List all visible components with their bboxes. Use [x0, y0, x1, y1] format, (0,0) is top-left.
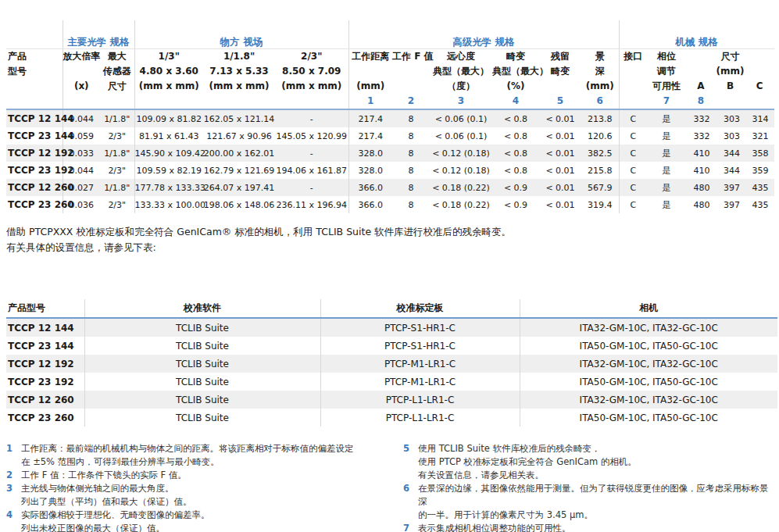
table-cell: PTCP-L1-LR1-C — [320, 409, 520, 427]
table-cell: < 0.12 (0.18) — [430, 162, 492, 179]
table-cell: 321 — [746, 127, 774, 145]
table-cell: 177.78 x 133.33 — [134, 179, 203, 196]
col-header-fov-2-3: 2/3" 8.50 x 7.09 (mm x mm) — [275, 49, 348, 110]
table-cell: 332 — [686, 127, 717, 145]
table-cell: ITA50-GM-10C, ITA50-GC-10C — [520, 337, 777, 355]
table-cell: TCCP 23 144 — [6, 337, 84, 355]
table-cell: PTCP-L1-LR1-C — [320, 391, 520, 409]
calibration-description: 借助 PTCPXXX 校准标定板和完全符合 GenICam® 标准的相机，利用 … — [6, 224, 779, 255]
table-row: TCCP 23 1440.0592/3"81.91 x 61.43121.67 … — [6, 127, 774, 145]
table-cell: 8 — [392, 196, 430, 213]
table-cell: PTCP-S1-HR1-C — [320, 318, 520, 337]
table-cell: < 0.9 — [492, 196, 539, 213]
table-cell: 366.0 — [348, 196, 392, 213]
table-cell: 328.0 — [348, 162, 392, 179]
table-cell: 2/3" — [100, 127, 134, 145]
footnote-marker: 5 — [539, 94, 581, 109]
table-cell: PTCP-M1-LR1-C — [320, 355, 520, 373]
table-cell: TCLIB Suite — [84, 391, 320, 409]
table-cell: 109.59 x 82.19 — [134, 162, 203, 179]
table-cell: - — [275, 179, 348, 196]
table-cell: 是 — [647, 162, 686, 179]
table-cell: ITA32-GM-10C, ITA32-GC-10C — [520, 391, 777, 409]
footnote-3: 3 主光线与物体侧光轴之间的最大角度。 列出了典型（平均）值和最大（保证）值。 — [6, 482, 403, 509]
table-cell: C — [619, 196, 647, 213]
optical-spec-table-body: TCCP 12 1440.0441/1.8"109.09 x 81.82162.… — [6, 109, 774, 213]
column-header-row: 产品型号 校准软件 校准标定板 相机 — [6, 299, 777, 318]
table-cell: TCCP 23 260 — [6, 409, 84, 427]
table-cell: 303 — [717, 109, 746, 127]
footnote-text: 在景深的边缘，其图像依然能用于测量。但为了获得锐度更佳的图像，应考虑采用标称景深… — [418, 482, 776, 522]
table-cell: 344 — [717, 162, 746, 179]
table-cell: C — [619, 127, 647, 145]
footnote-number: 2 — [6, 469, 21, 482]
table-cell: C — [619, 109, 647, 127]
table-cell: < 0.06 (0.1) — [430, 109, 492, 127]
table-cell: TCCP 12 260 — [6, 179, 63, 196]
footnote-marker: 1 — [349, 94, 393, 109]
table-cell: 145.05 x 120.99 — [275, 127, 348, 145]
table-cell: 1/1.8" — [100, 179, 134, 196]
table-cell: 200.00 x 162.01 — [203, 145, 275, 162]
table-row: TCCP 12 1440.0441/1.8"109.09 x 81.82162.… — [6, 109, 774, 127]
table-cell: < 0.8 — [492, 162, 539, 179]
table-cell: TCCP 12 192 — [6, 355, 84, 373]
table-cell: PTCP-M1-LR1-C — [320, 373, 520, 391]
table-cell: < 0.8 — [492, 145, 539, 162]
table-cell: PTCP-S1-HR1-C — [320, 337, 520, 355]
footnotes-right-column: 5 使用 TCLIB Suite 软件库校准后的残余畸变， 使用 PTCP 校准… — [403, 442, 779, 532]
table-cell: < 0.01 — [539, 127, 581, 145]
column-header-row: 产品 型号 放大倍率 (x) 最大 传感器 尺寸 1/3" — [6, 49, 774, 110]
table-cell: 120.6 — [581, 127, 619, 145]
table-cell: TCCP 12 144 — [6, 109, 63, 127]
table-cell: 359 — [746, 162, 774, 179]
table-cell: 194.06 x 161.87 — [275, 162, 348, 179]
table-cell: 397 — [717, 179, 746, 196]
table-cell: 344 — [717, 145, 746, 162]
table-cell: 332 — [686, 109, 717, 127]
table-cell: < 0.06 (0.1) — [430, 127, 492, 145]
col-header-dimensions: 尺寸 (mm) A B C 8 — [686, 49, 774, 110]
table-cell: TCCP 12 192 — [6, 145, 63, 162]
group-header-row: 主要光学 规格 物方 视场 高级光学 规格 机械 规格 — [6, 20, 774, 49]
table-row: TCCP 23 1920.0442/3"109.59 x 82.19162.79… — [6, 162, 774, 179]
table-cell: TCCP 23 192 — [6, 162, 63, 179]
table-cell: 是 — [647, 145, 686, 162]
table-cell: - — [275, 145, 348, 162]
col-header-max-sensor: 最大 传感器 尺寸 — [100, 49, 134, 110]
table-cell: < 0.8 — [492, 109, 539, 127]
table-cell: 121.67 x 90.96 — [203, 127, 275, 145]
table-cell: < 0.18 (0.22) — [430, 196, 492, 213]
col-header-fov-1-1-8: 1/1.8" 7.13 x 5.33 (mm x mm) — [203, 49, 275, 110]
table-row: TCCP 23 192TCLIB SuitePTCP-M1-LR1-CITA50… — [6, 373, 777, 391]
table-cell: ITA32-GM-10C, ITA32-GC-10C — [520, 355, 777, 373]
col-header-telecentricity: 远心度 典型（最大） （度） 3 — [430, 49, 492, 110]
footnote-number: 1 — [6, 442, 21, 469]
table-cell: 133.33 x 100.00 — [134, 196, 203, 213]
col-header-model: 产品型号 — [6, 299, 84, 318]
table-cell: 215.8 — [581, 162, 619, 179]
footnote-number: 6 — [403, 482, 418, 522]
footnote-text: 表示集成相机相位调整功能的可用性。 — [418, 522, 571, 532]
table-cell: 8 — [392, 109, 430, 127]
col-header-magnification: 放大倍率 (x) — [63, 49, 100, 110]
table-cell: < 0.8 — [492, 127, 539, 145]
table-cell: 410 — [686, 145, 717, 162]
table-cell: 264.07 x 197.41 — [203, 179, 275, 196]
col-header-calibration-software: 校准软件 — [84, 299, 320, 318]
table-row: TCCP 12 144TCLIB SuitePTCP-S1-HR1-CITA32… — [6, 318, 777, 337]
calibration-table-body: TCCP 12 144TCLIB SuitePTCP-S1-HR1-CITA32… — [6, 318, 777, 427]
table-cell: C — [619, 162, 647, 179]
footnote-marker: 2 — [392, 94, 430, 109]
table-cell: 2/3" — [100, 196, 134, 213]
table-cell: TCLIB Suite — [84, 373, 320, 391]
table-row: TCCP 23 260TCLIB SuitePTCP-L1-LR1-CITA50… — [6, 409, 777, 427]
footnote-marker: 4 — [492, 94, 539, 109]
table-cell: TCLIB Suite — [84, 337, 320, 355]
footnote-marker: 6 — [581, 94, 619, 109]
table-cell: 8 — [392, 127, 430, 145]
footnote-2: 2 工作 F 值：工作条件下镜头的实际 F 值。 — [6, 469, 403, 482]
group-header-advanced-optical: 高级光学 规格 — [348, 20, 619, 49]
table-cell: 162.79 x 121.69 — [203, 162, 275, 179]
col-header-working-distance: 工作距离 (mm) 1 — [348, 49, 392, 110]
